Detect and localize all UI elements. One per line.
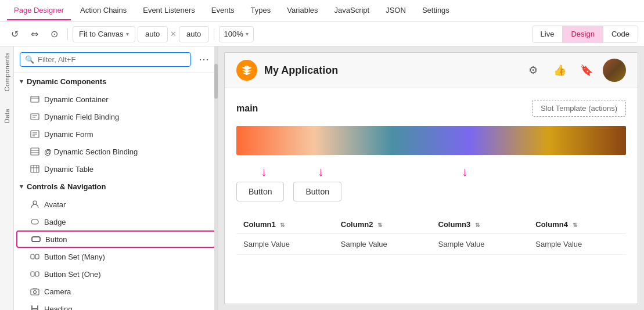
buttons-row: ↓ ↓ Button Button ↓ <box>236 164 626 201</box>
tab-json[interactable]: JSON <box>379 1 413 20</box>
app-logo <box>236 60 257 81</box>
zoom-chevron-icon: ▾ <box>246 31 249 37</box>
tab-types[interactable]: Types <box>244 1 278 20</box>
svg-rect-23 <box>31 289 39 295</box>
toolbar: ↺ ⇔ ⊙ Fit to Canvas ▾ ✕ 100% ▾ Live Desi… <box>0 22 644 46</box>
image-banner <box>236 126 626 155</box>
sidebar-item-dynamic-form[interactable]: Dynamic Form <box>14 125 218 143</box>
arrow-1-icon: ↓ <box>261 164 267 179</box>
cell-1-4: Sample Value <box>528 234 626 255</box>
avatar-label: Avatar <box>44 200 66 209</box>
main-layout: Components Data 🔍 ⋯ ▾ Dynamic Components… <box>0 46 644 310</box>
section-dynamic-components[interactable]: ▾ Dynamic Components <box>14 73 218 91</box>
table-header-row: Column1 ⇅ Column2 ⇅ Column3 ⇅ <box>236 215 626 234</box>
mode-buttons: Live Design Code <box>532 26 638 43</box>
tab-action-chains[interactable]: Action Chains <box>73 1 134 20</box>
sidebar-item-button[interactable]: Button <box>16 230 215 248</box>
tab-event-listeners[interactable]: Event Listeners <box>136 1 202 20</box>
svg-rect-9 <box>31 148 39 155</box>
design-button[interactable]: Design <box>563 26 603 42</box>
top-nav: Page Designer Action Chains Event Listen… <box>0 0 644 22</box>
fit-to-canvas-button[interactable]: Fit to Canvas ▾ <box>73 26 135 42</box>
cell-1-1: Sample Value <box>236 234 334 255</box>
canvas-button-1[interactable]: Button <box>236 182 284 201</box>
fit-canvas-label: Fit to Canvas <box>79 30 124 38</box>
col2-header[interactable]: Column2 ⇅ <box>334 215 431 234</box>
sidebar-item-heading[interactable]: Heading <box>14 300 218 310</box>
sidebar-item-dynamic-field-binding[interactable]: Dynamic Field Binding <box>14 108 218 125</box>
user-button[interactable]: ⊙ <box>45 26 63 42</box>
sort-icon-3: ⇅ <box>475 222 480 228</box>
app-header-icons: ⚙ 👍 🔖 <box>523 59 626 82</box>
button-set-one-label: Button Set (One) <box>44 270 101 279</box>
thumb-up-icon[interactable]: 👍 <box>549 60 570 81</box>
svg-rect-21 <box>31 272 34 276</box>
dynamic-field-binding-label: Dynamic Field Binding <box>44 113 119 121</box>
heading-label: Heading <box>44 305 72 311</box>
section-label: Dynamic Components <box>27 77 106 86</box>
section2-chevron-icon: ▾ <box>20 183 23 190</box>
sidebar-item-dynamic-container[interactable]: Dynamic Container <box>14 91 218 108</box>
arrow-3-icon: ↓ <box>462 164 468 179</box>
button-set-many-icon <box>30 252 39 261</box>
tab-settings[interactable]: Settings <box>415 1 456 20</box>
bookmark-icon[interactable]: 🔖 <box>576 60 597 81</box>
avatar[interactable] <box>603 59 626 82</box>
camera-label: Camera <box>44 287 71 296</box>
x-separator: ✕ <box>170 30 177 38</box>
dynamic-table-icon <box>30 164 39 174</box>
sidebar-item-button-set-many[interactable]: Button Set (Many) <box>14 248 218 265</box>
button-icon <box>31 235 41 244</box>
sidebar-item-dynamic-section-binding[interactable]: @ Dynamic Section Binding <box>14 143 218 160</box>
button-label: Button <box>45 235 67 244</box>
tab-events[interactable]: Events <box>204 1 242 20</box>
tab-page-designer[interactable]: Page Designer <box>7 1 71 20</box>
separator2 <box>214 28 214 40</box>
components-tab[interactable]: Components <box>3 52 10 91</box>
slot-template-button[interactable]: Slot Template (actions) <box>532 100 626 117</box>
search-input[interactable] <box>38 55 186 64</box>
sidebar-item-camera[interactable]: Camera <box>14 283 218 300</box>
canvas-button-2[interactable]: Button <box>293 182 341 201</box>
fit-button[interactable]: ⇔ <box>26 26 43 42</box>
dynamic-container-icon <box>30 95 39 104</box>
data-tab[interactable]: Data <box>3 109 10 123</box>
data-table: Column1 ⇅ Column2 ⇅ Column3 ⇅ <box>236 215 626 255</box>
section-controls-navigation[interactable]: ▾ Controls & Navigation <box>14 178 218 196</box>
refresh-button[interactable]: ↺ <box>6 26 23 42</box>
app-header: My Application ⚙ 👍 🔖 <box>225 53 638 88</box>
tab-variables[interactable]: Variables <box>280 1 325 20</box>
button-set-many-label: Button Set (Many) <box>44 253 105 261</box>
avatar-icon <box>30 200 39 209</box>
live-button[interactable]: Live <box>533 26 563 42</box>
search-wrap[interactable]: 🔍 <box>20 52 191 67</box>
col3-header[interactable]: Column3 ⇅ <box>431 215 529 234</box>
zoom-button[interactable]: 100% ▾ <box>219 26 254 42</box>
code-button[interactable]: Code <box>603 26 638 42</box>
section2-label: Controls & Navigation <box>27 182 106 191</box>
height-input[interactable] <box>179 26 209 42</box>
dynamic-table-label: Dynamic Table <box>44 165 93 174</box>
sidebar-item-dynamic-table[interactable]: Dynamic Table <box>14 160 218 178</box>
col4-header[interactable]: Column4 ⇅ <box>528 215 626 234</box>
vertical-tabs: Components Data <box>0 46 14 310</box>
sidebar-item-button-set-one[interactable]: Button Set (One) <box>14 265 218 283</box>
zoom-label: 100% <box>224 30 243 38</box>
col1-header[interactable]: Column1 ⇅ <box>236 215 334 234</box>
more-button[interactable]: ⋯ <box>196 51 212 67</box>
sidebar-resize-handle[interactable] <box>214 46 218 310</box>
cell-1-2: Sample Value <box>334 234 431 255</box>
chevron-down-icon: ▾ <box>126 31 129 37</box>
sidebar-item-avatar[interactable]: Avatar <box>14 196 218 213</box>
canvas-inner: My Application ⚙ 👍 🔖 main Slot Template … <box>224 52 638 304</box>
app-title: My Application <box>264 64 338 77</box>
dynamic-section-binding-icon <box>30 147 39 156</box>
svg-rect-20 <box>35 254 39 259</box>
tab-javascript[interactable]: JavaScript <box>328 1 377 20</box>
sidebar-item-badge[interactable]: Badge <box>14 213 218 230</box>
svg-point-24 <box>34 291 37 294</box>
width-input[interactable] <box>138 26 168 42</box>
settings-icon[interactable]: ⚙ <box>523 60 544 81</box>
content-top: main Slot Template (actions) <box>236 100 626 117</box>
table-row: Sample Value Sample Value Sample Value S… <box>236 234 626 255</box>
